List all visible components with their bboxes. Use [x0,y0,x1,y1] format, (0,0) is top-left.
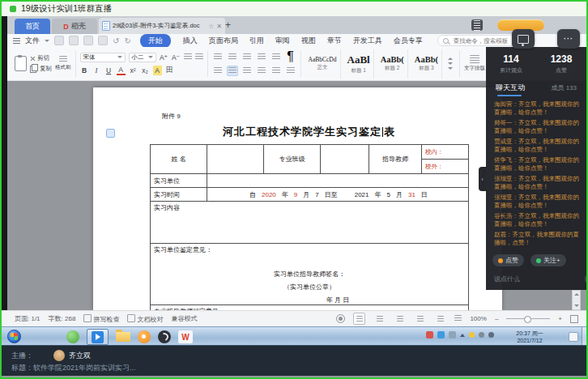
decrease-indent-icon[interactable] [256,52,267,62]
read-view-icon[interactable] [414,313,426,325]
multilevel-list-icon[interactable] [241,52,253,62]
follow-button[interactable]: 关注+ [530,254,566,266]
chat-message-list[interactable]: 海闻营：齐立双，我来围观你的直播啦，给你点赞！ 帅哥一：齐立双，我来围观你的直播… [494,100,580,251]
fit-page-icon[interactable] [454,315,462,322]
cut-button[interactable]: 剪切 [30,54,52,62]
border-button[interactable]: 田 [165,66,174,75]
style-heading1[interactable]: AaBl 标题 1 [344,49,374,79]
chat-input[interactable] [492,275,585,283]
ribbon-tab-review[interactable]: 审阅 [275,36,290,46]
fullscreen-icon[interactable] [570,315,578,323]
ribbon-tab-references[interactable]: 引用 [249,36,264,46]
styles-gallery-arrows[interactable] [448,57,453,70]
paste-icon[interactable] [15,56,27,71]
align-right-icon[interactable] [241,66,253,76]
superscript-button[interactable]: x² [129,66,138,75]
spell-check-toggle[interactable]: 拼写检查 [83,314,119,324]
volume-icon[interactable] [488,332,494,338]
undo-icon[interactable]: ↺ [113,36,119,45]
share-screen-button[interactable] [512,29,535,49]
document-page[interactable]: 附件 9 河北工程技术学院学生实习鉴定表 姓 名 专业班级 指导教师 校内： 校… [93,87,502,310]
cell-content[interactable]: 实习内容 [151,202,469,244]
print-icon[interactable] [83,36,93,45]
send-button[interactable] [585,273,588,285]
tab-document[interactable]: 29级03班-附件3-实习鉴定表.doc ☆ ✕ [99,18,225,34]
numbered-list-icon[interactable] [227,52,238,62]
align-center-icon[interactable] [227,66,238,76]
cell-time-value[interactable]: 自2020年9月7日至2021年5月31日 [207,188,469,202]
wps-icon[interactable]: W [178,330,193,343]
cell-major-value[interactable] [321,145,369,174]
cell-time-label[interactable]: 实习时间 [151,188,207,202]
text-layout-button[interactable]: 文字排版 [464,55,485,72]
ribbon-tab-devtools[interactable]: 开发工具 [353,36,382,46]
scroll-down-icon[interactable] [574,304,579,307]
main-menu-icon[interactable] [13,38,20,44]
save-icon[interactable] [54,36,64,45]
copy-button[interactable]: 复制 [30,65,52,73]
star-icon[interactable]: ☆ [208,23,214,30]
tab-chat-interaction[interactable]: 聊天互动 [496,83,525,93]
show-desktop-button[interactable] [582,327,587,345]
ribbon-tab-section[interactable]: 章节 [327,36,342,46]
swirl-app-icon[interactable] [158,330,171,343]
tray-icon-yellow[interactable] [469,332,475,338]
cell-name-label[interactable]: 姓 名 [151,145,207,174]
zoom-slider[interactable] [506,318,550,319]
cell-unit-label[interactable]: 实习单位 [151,174,207,188]
ribbon-tab-home[interactable]: 开始 [140,34,171,48]
page-view-icon[interactable] [353,313,365,325]
shading-icon[interactable] [285,66,296,76]
italic-button[interactable]: I [92,66,101,75]
bold-button[interactable]: B [80,66,89,75]
output-icon[interactable] [69,36,79,45]
taskbar-browser-icon[interactable] [66,330,79,343]
tray-icon-blue[interactable] [437,331,445,339]
zoom-level[interactable]: 100% [470,315,486,322]
ribbon-tab-view[interactable]: 视图 [301,36,316,46]
taskbar-clock[interactable]: 20:37 周一 2021/7/12 [509,330,551,344]
cell-unit-value[interactable] [207,174,469,188]
highlight-button[interactable]: A [153,66,162,75]
bullet-list-icon[interactable] [212,52,224,62]
align-left-icon[interactable] [212,66,224,76]
font-name-select[interactable]: 宋体 [80,53,126,62]
cell-inside-label[interactable]: 校内： [422,145,468,160]
explorer-folder-icon[interactable] [116,332,130,342]
tray-icon-red[interactable] [426,331,433,339]
cell-name-value[interactable] [207,145,264,174]
cell-major-label[interactable]: 专业班级 [264,145,321,174]
input-method-icon[interactable] [569,332,578,342]
taskbar-active-app[interactable] [87,329,109,345]
ribbon-tab-member[interactable]: 会员专享 [394,36,423,46]
like-button[interactable]: 点赞 [492,254,524,266]
close-tab-icon[interactable]: ✕ [216,23,222,30]
clear-format-icon[interactable] [184,53,192,61]
font-color-button[interactable]: A [117,66,126,75]
vertical-scrollbar[interactable] [572,290,581,310]
underline-button[interactable]: U [104,66,113,75]
reading-mode-icon[interactable] [471,19,483,31]
cell-outside-label[interactable]: 校外： [422,160,468,173]
tab-docer[interactable]: D 稻壳 [52,19,97,34]
paragraph-mark-icon[interactable]: ¶ [285,52,296,62]
zoom-slider-thumb[interactable] [524,316,531,323]
cell-advisor-split[interactable]: 校内： 校外： [422,145,469,174]
zoom-in-button[interactable]: + [558,315,562,322]
style-heading3[interactable]: AaBb( 标题 3 [411,49,442,79]
tab-members[interactable]: 成员 133 [551,83,577,92]
subscript-button[interactable]: x₂ [141,66,150,75]
shrink-font-button[interactable]: A⁻ [172,53,181,62]
paste-options-icon[interactable] [106,129,115,138]
phonetic-guide-icon[interactable] [195,53,203,61]
network-icon[interactable] [479,332,484,338]
print-preview-icon[interactable] [98,36,108,45]
panel-collapse-handle[interactable]: ‹ [479,167,486,191]
font-size-select[interactable]: 小二 [129,53,156,62]
web-view-icon[interactable] [394,313,406,325]
ink-view-icon[interactable] [434,313,446,325]
cell-advisor-label[interactable]: 指导教师 [369,145,422,174]
tray-cloud-icon[interactable] [449,331,456,339]
zoom-out-button[interactable]: – [495,315,498,322]
justify-icon[interactable] [256,66,267,76]
